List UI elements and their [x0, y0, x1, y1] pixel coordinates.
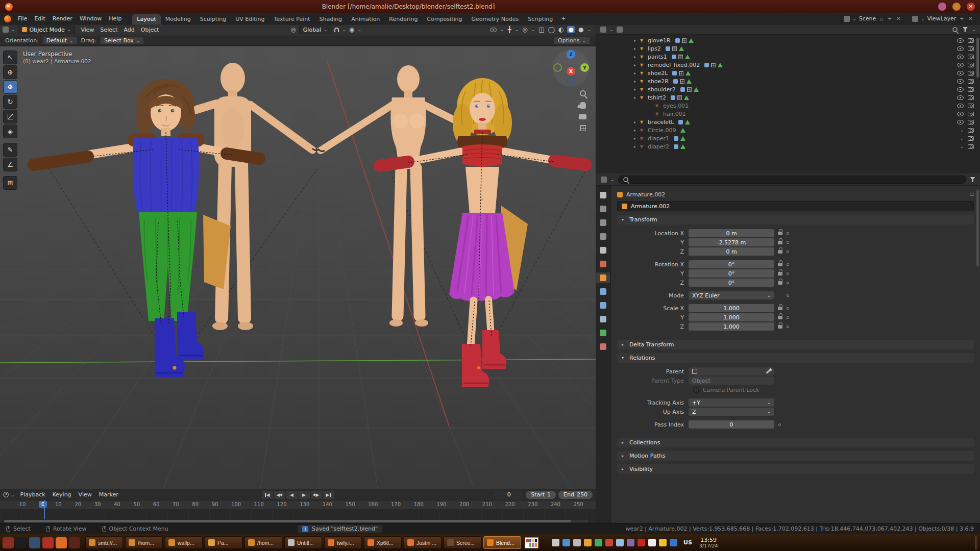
outliner-row[interactable]: ▸ ▼ eyes.001 ⌄: [596, 102, 980, 110]
tray-security-icon[interactable]: [638, 539, 645, 546]
collections-panel-header[interactable]: ▸ Collections: [617, 438, 974, 447]
menu-item[interactable]: Render: [49, 14, 76, 23]
value-field[interactable]: 1.000 ⌄: [689, 322, 774, 331]
motion-paths-panel-header[interactable]: ▸ Motion Paths: [617, 451, 974, 461]
drag-dropdown[interactable]: Select Box ⌄: [100, 37, 144, 44]
value-field[interactable]: 1.000 ⌄: [689, 313, 774, 321]
camera-parent-lock-checkbox[interactable]: [693, 387, 699, 393]
gizmo-y-axis[interactable]: Y: [580, 63, 589, 72]
menu-item[interactable]: Edit: [31, 14, 48, 23]
toggle-perspective-grid-icon[interactable]: [580, 125, 586, 131]
chevron-down-icon[interactable]: ⌄: [960, 136, 964, 141]
hide-in-viewport-eye-icon[interactable]: [957, 95, 964, 100]
chevron-down-icon[interactable]: ⌄: [960, 144, 964, 149]
tray-update-icon[interactable]: [584, 539, 592, 546]
applications-menu-icon[interactable]: [3, 537, 14, 548]
filter-icon[interactable]: [962, 27, 968, 32]
show-overlays-icon[interactable]: ◎: [522, 27, 527, 33]
tab-modifiers[interactable]: [596, 286, 610, 297]
window-menu-button[interactable]: [938, 3, 946, 11]
workspace-tab[interactable]: Rendering: [384, 14, 422, 24]
expand-arrow-icon[interactable]: ▸: [634, 95, 640, 100]
annotate-tool-button[interactable]: ✎: [3, 143, 17, 157]
tab-view-layer[interactable]: [596, 231, 610, 242]
lock-icon[interactable]: [778, 240, 782, 244]
transform-panel-header[interactable]: ▾ Transform: [617, 215, 974, 224]
workspace-tab[interactable]: UV Editing: [231, 14, 269, 24]
show-gizmo-icon[interactable]: ╋: [507, 27, 511, 33]
outliner-row[interactable]: ▸ ▼ shoulder2 ⌄: [596, 85, 980, 93]
close-button[interactable]: ✕: [967, 3, 975, 11]
outliner-row[interactable]: ▸ ▼ diaper2 ⌄: [596, 142, 980, 151]
hide-in-viewport-eye-icon[interactable]: [957, 46, 964, 51]
tab-object-data[interactable]: [596, 328, 610, 338]
disable-in-render-camera-icon[interactable]: [968, 112, 974, 116]
zoom-icon[interactable]: [580, 90, 586, 96]
hide-in-viewport-eye-icon[interactable]: [957, 112, 964, 116]
play-button[interactable]: ▶: [299, 491, 310, 499]
snap-magnet-icon[interactable]: [334, 28, 339, 32]
disable-in-render-camera-icon[interactable]: [968, 120, 974, 124]
expand-arrow-icon[interactable]: ▸: [634, 46, 640, 51]
keyboard-layout-indicator[interactable]: US: [683, 539, 692, 546]
outliner-row[interactable]: ▸ ▼ shoe2R ⌄: [596, 77, 980, 85]
rendered-shading-icon[interactable]: ●: [578, 27, 583, 33]
next-keyframe-button[interactable]: ▶: [311, 491, 322, 499]
jump-to-end-button[interactable]: ▶: [323, 491, 334, 499]
value-field[interactable]: 0 m ⌄: [689, 229, 774, 237]
animate-decorator-dot[interactable]: [787, 251, 789, 253]
disable-in-render-camera-icon[interactable]: [968, 55, 974, 59]
unlink-scene-icon[interactable]: ✕: [896, 16, 902, 21]
hide-in-viewport-eye-icon[interactable]: [957, 38, 964, 43]
outliner-row[interactable]: ▸ ▼ hair.001 ⌄: [596, 110, 980, 118]
viewport-3d[interactable]: User Perspective (0) wear2 | Armature.00…: [0, 46, 596, 489]
lock-icon[interactable]: [778, 249, 782, 254]
view-layer-icon[interactable]: [912, 16, 918, 22]
expand-arrow-icon[interactable]: ▸: [634, 55, 640, 59]
value-field[interactable]: 0° ⌄: [689, 269, 774, 278]
wireframe-shading-icon[interactable]: ◯: [548, 27, 555, 33]
solid-shading-icon[interactable]: ◐: [558, 27, 564, 33]
hide-in-viewport-eye-icon[interactable]: [957, 79, 964, 84]
tray-chat-icon[interactable]: [595, 539, 602, 546]
animate-decorator-dot[interactable]: [787, 241, 789, 244]
lock-icon[interactable]: [778, 324, 782, 329]
pin-id-icon[interactable]: ▫: [970, 191, 974, 197]
transform-orientation-dropdown[interactable]: Global ⌄: [299, 26, 332, 34]
outliner-scrollbar[interactable]: [976, 38, 979, 78]
orientation-dropdown[interactable]: Default ⌄: [42, 37, 78, 44]
disable-in-render-camera-icon[interactable]: [968, 38, 974, 43]
animate-decorator-dot[interactable]: [787, 325, 789, 328]
measure-tool-button[interactable]: ∠: [3, 158, 17, 171]
outliner-row[interactable]: ▸ ▼ remodel_fixed.002 ⌄: [596, 61, 980, 69]
tracking-axis-dropdown[interactable]: +Y ⌄: [689, 398, 774, 407]
parent-field[interactable]: [689, 367, 774, 375]
expand-arrow-icon[interactable]: ▸: [634, 136, 640, 141]
up-axis-dropdown[interactable]: Z ⌄: [689, 408, 774, 416]
tray-mail-icon[interactable]: [605, 539, 613, 546]
viewport-menu-item[interactable]: Add: [120, 26, 137, 34]
expand-arrow-icon[interactable]: ▸: [634, 71, 640, 76]
transform-pivot-icon[interactable]: ◎: [290, 27, 296, 33]
animate-decorator-dot[interactable]: [787, 263, 789, 266]
tab-texture[interactable]: [596, 341, 610, 352]
viewport-menu-item[interactable]: Select: [97, 26, 121, 34]
tab-render[interactable]: [596, 204, 610, 214]
current-frame-field[interactable]: 0: [495, 491, 523, 499]
disable-in-render-camera-icon[interactable]: [968, 104, 974, 108]
properties-editor-icon[interactable]: [601, 177, 607, 183]
outliner-row[interactable]: ▸ ▼ pants1 ⌄: [596, 53, 980, 61]
disable-in-render-camera-icon[interactable]: [968, 79, 974, 84]
expand-arrow-icon[interactable]: ▸: [634, 128, 640, 133]
save-notification[interactable]: i Saved "selftest2.blend": [298, 525, 382, 533]
taskbar-window-button[interactable]: Xp6tl...: [364, 536, 402, 549]
properties-filter-icon[interactable]: [970, 177, 975, 182]
visibility-panel-header[interactable]: ▸ Visibility: [617, 464, 974, 474]
lock-icon[interactable]: [778, 281, 782, 285]
outliner-row[interactable]: ▸ ▼ Circle.009 ⌄: [596, 126, 980, 134]
lock-icon[interactable]: [778, 315, 782, 319]
tab-physics[interactable]: [596, 300, 610, 311]
show-object-types-icon[interactable]: [490, 28, 497, 32]
viewport-3d-scene[interactable]: [0, 46, 596, 489]
new-scene-icon[interactable]: +: [887, 16, 893, 21]
